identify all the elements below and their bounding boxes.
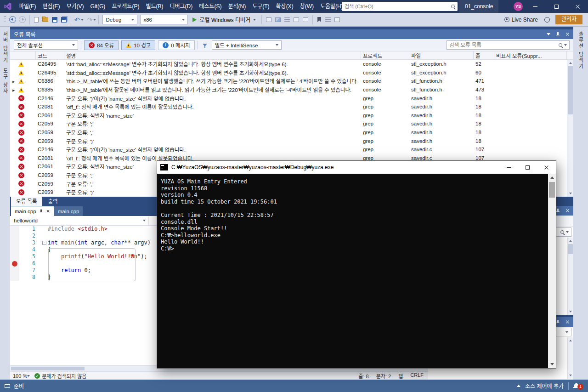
warnings-toggle-button[interactable]: 10 경고	[121, 40, 155, 50]
scroll-down-icon[interactable]	[548, 360, 556, 368]
breakpoint-icon[interactable]	[12, 261, 17, 267]
dock-tab[interactable]: 솔루션 탐색기	[577, 31, 584, 69]
error-row[interactable]: C2059구문 오류: ';'grepsavedir.h18	[10, 119, 567, 128]
zoom-level-dropdown[interactable]: 100 %	[13, 373, 27, 379]
breakpoint-margin[interactable]	[10, 253, 19, 260]
breakpoint-margin[interactable]	[10, 226, 19, 233]
error-list-scrollbar[interactable]	[567, 60, 573, 197]
messages-toggle-button[interactable]: 0 메시지	[158, 40, 194, 50]
notifications-button[interactable]: 1	[573, 382, 583, 390]
close-icon[interactable]	[565, 209, 570, 213]
build-intellisense-dropdown[interactable]: 빌드 + IntelliSense	[212, 40, 282, 50]
menu-item[interactable]: 파일(F)	[16, 0, 39, 13]
live-share-button[interactable]: Live Share	[504, 17, 538, 23]
menu-item[interactable]: 디버그(D)	[166, 0, 196, 13]
column-header[interactable]: 파일	[409, 51, 474, 59]
menu-item[interactable]: 프로젝트(P)	[108, 0, 142, 13]
redo-icon[interactable]: ↷	[87, 17, 93, 23]
error-row[interactable]: C2146구문 오류: ')'이(가) 'name_size' 식별자 앞에 없…	[10, 145, 567, 154]
image-preview-icon[interactable]	[275, 17, 281, 22]
toolbar-grip[interactable]	[4, 16, 6, 23]
feedback-icon[interactable]	[544, 17, 550, 23]
new-file-icon[interactable]	[34, 17, 39, 23]
minimize-button[interactable]	[499, 161, 518, 174]
save-all-icon[interactable]	[61, 17, 67, 23]
window-position-icon[interactable]	[547, 33, 550, 35]
eol-indicator[interactable]: CRLF	[410, 372, 424, 380]
maximize-button[interactable]	[546, 0, 567, 13]
menu-item[interactable]: 보기(V)	[63, 0, 87, 13]
error-row[interactable]: C26495'std::bad_alloc::szMessage' 변수가 초기…	[10, 68, 567, 77]
close-button[interactable]	[537, 161, 556, 174]
menu-item[interactable]: 확장(X)	[273, 0, 297, 13]
navigate-bookmark-icon[interactable]	[334, 17, 340, 22]
panel-scrollbar[interactable]	[567, 337, 573, 379]
error-row[interactable]: C26495'std::bad_alloc::szMessage' 변수가 초기…	[10, 60, 567, 68]
console-scrollbar[interactable]	[548, 174, 556, 368]
solution-configuration-dropdown[interactable]: Debug	[102, 15, 137, 24]
expand-arrow-icon[interactable]	[12, 78, 17, 84]
error-list-search-input[interactable]	[449, 42, 557, 48]
find-in-files-icon[interactable]	[266, 17, 271, 22]
dock-tab[interactable]: 도구 상자	[1, 68, 9, 94]
collapse-icon[interactable]: -	[42, 241, 46, 245]
add-to-source-control-button[interactable]: 소스 제어에 추가	[525, 382, 564, 390]
console-window[interactable]: C:₩YuzaOS₩yuzaos-master₩yuzaos-master₩De…	[157, 160, 556, 369]
column-indicator[interactable]: 문자: 2	[376, 372, 391, 380]
breakpoint-margin[interactable]	[10, 260, 19, 267]
save-icon[interactable]	[52, 17, 57, 23]
scroll-up-icon[interactable]	[567, 337, 574, 344]
expand-arrow-icon[interactable]	[12, 87, 17, 92]
pin-icon[interactable]	[556, 32, 560, 37]
error-row[interactable]: C2059구문 오류: ')'grepsavedir.h18	[10, 136, 567, 145]
redo-dropdown-caret[interactable]	[93, 19, 96, 21]
step-over-icon[interactable]	[294, 17, 299, 22]
error-row[interactable]: C2146구문 오류: ')'이(가) 'name_size' 식별자 앞에 없…	[10, 94, 567, 102]
scrollbar-thumb[interactable]	[568, 66, 573, 114]
scrollbar-thumb[interactable]	[549, 182, 555, 198]
document-tab[interactable]: main.cpp	[54, 206, 83, 216]
dock-tab[interactable]: 서버 탐색기	[1, 31, 9, 63]
column-header[interactable]: 비표시 오류(Suppr...	[494, 51, 567, 59]
open-file-icon[interactable]	[42, 17, 48, 22]
indent-indicator[interactable]: 탭	[398, 372, 403, 380]
scope-dropdown[interactable]: 전체 솔루션	[14, 40, 78, 50]
menu-item[interactable]: 편집(E)	[39, 0, 63, 13]
errors-toggle-button[interactable]: 84 오류	[84, 40, 119, 50]
menu-item[interactable]: 도구(T)	[249, 0, 272, 13]
panel-scrollbar[interactable]	[567, 238, 573, 315]
error-row[interactable]: C2059구문 오류: ','grepsavedir.h18	[10, 128, 567, 137]
scroll-up-icon[interactable]	[548, 174, 556, 182]
error-row[interactable]: C6385'this->_M_table'에서 잘못된 데이터를 읽고 있습니다…	[10, 85, 567, 94]
menu-item[interactable]: 테스트(S)	[196, 0, 225, 13]
scrollbar-thumb[interactable]	[11, 367, 85, 370]
line-indicator[interactable]: 줄: 8	[358, 372, 368, 380]
error-list-search-box[interactable]	[447, 40, 570, 50]
error-row[interactable]: C6386'this->_M_table'에 쓰는 동안 버퍼 오버런이 발생했…	[10, 77, 567, 85]
scrollbar-thumb[interactable]	[568, 244, 573, 254]
breakpoint-margin[interactable]	[10, 267, 19, 274]
project-dropdown[interactable]: helloworld	[11, 216, 149, 225]
menu-item[interactable]: 분석(N)	[225, 0, 249, 13]
breakpoint-margin[interactable]	[10, 274, 19, 281]
column-header[interactable]: 설명	[64, 51, 361, 59]
close-button[interactable]	[567, 0, 588, 13]
document-tab[interactable]: main.cpp	[11, 206, 54, 216]
scroll-up-icon[interactable]	[567, 238, 574, 244]
error-row[interactable]: C2081'off_t': 정식 매개 변수 목록에 있는 이름이 잘못되었습니…	[10, 102, 567, 111]
start-debugging-button[interactable]: 로컬 Windows 디버거	[189, 14, 259, 25]
breakpoint-margin[interactable]	[10, 239, 19, 246]
menu-item[interactable]: Git(G)	[87, 0, 109, 13]
close-icon[interactable]	[565, 320, 570, 324]
undo-dropdown-caret[interactable]	[81, 19, 84, 21]
dock-bottom-tab[interactable]: 출력	[43, 197, 63, 206]
column-header[interactable]: 프로젝트	[361, 51, 409, 59]
bookmark-icon[interactable]	[317, 17, 321, 22]
solution-platform-dropdown[interactable]: x86	[140, 15, 188, 24]
minimize-button[interactable]	[525, 0, 546, 13]
document-outline-icon[interactable]	[284, 17, 290, 22]
column-header[interactable]: 코드	[36, 51, 64, 59]
console-title-bar[interactable]: C:₩YuzaOS₩yuzaos-master₩yuzaos-master₩De…	[157, 161, 556, 174]
filter-icon[interactable]	[203, 44, 207, 46]
undo-icon[interactable]: ↶	[74, 17, 80, 23]
